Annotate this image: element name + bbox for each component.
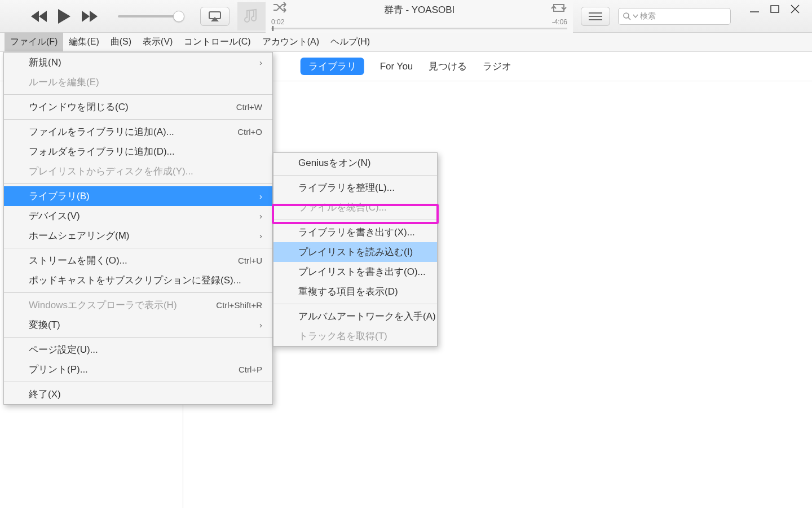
transport-controls <box>31 7 230 26</box>
tab-library[interactable]: ライブラリ <box>301 58 364 75</box>
previous-track-button[interactable] <box>31 11 48 22</box>
submenu-item-show-duplicates[interactable]: 重複する項目を表示(D) <box>273 282 437 301</box>
player-toolbar: 群青 - YOASOBI 0:02 -4:06 検索 <box>0 0 812 33</box>
chevron-right-icon: › <box>259 231 262 240</box>
maximize-button[interactable] <box>770 5 779 15</box>
svg-marker-3 <box>82 11 90 22</box>
menu-item-burn-disc: プレイリストからディスクを作成(Y)... <box>4 161 272 181</box>
menu-view[interactable]: 表示(V) <box>137 33 178 51</box>
tab-radio[interactable]: ラジオ <box>483 60 511 73</box>
menu-item-device[interactable]: デバイス(V)› <box>4 206 272 226</box>
tab-browse[interactable]: 見つける <box>429 60 467 73</box>
album-art-placeholder <box>237 2 266 30</box>
menu-item-edit-rules: ルールを編集(E) <box>4 72 272 92</box>
svg-rect-13 <box>771 6 779 12</box>
chevron-right-icon: › <box>259 191 262 201</box>
menu-item-add-folder[interactable]: フォルダをライブラリに追加(D)... <box>4 142 272 161</box>
track-title: 群青 - YOASOBI <box>266 0 573 16</box>
airplay-button[interactable] <box>200 7 230 26</box>
menu-item-exit[interactable]: 終了(X) <box>4 384 272 404</box>
svg-marker-2 <box>58 9 70 24</box>
submenu-item-genius-on[interactable]: Geniusをオン(N) <box>273 153 437 173</box>
minimize-button[interactable] <box>750 5 759 15</box>
svg-marker-4 <box>90 11 98 22</box>
menu-item-library[interactable]: ライブラリ(B)› <box>4 186 272 206</box>
menu-item-add-file[interactable]: ファイルをライブラリに追加(A)...Ctrl+O <box>4 122 272 142</box>
chevron-right-icon: › <box>259 58 262 67</box>
volume-knob[interactable] <box>173 11 184 22</box>
menu-help[interactable]: ヘルプ(H) <box>325 33 376 51</box>
library-submenu: Geniusをオン(N) ライブラリを整理(L)... ファイルを統合(C)..… <box>273 152 438 347</box>
submenu-item-export-library[interactable]: ライブラリを書き出す(X)... <box>273 222 437 242</box>
menu-item-convert[interactable]: 変換(T)› <box>4 315 272 335</box>
menu-file[interactable]: ファイル(F) <box>5 33 63 51</box>
menu-item-print[interactable]: プリント(P)...Ctrl+P <box>4 360 272 379</box>
menu-bar: ファイル(F) 編集(E) 曲(S) 表示(V) コントロール(C) アカウント… <box>0 33 812 52</box>
file-menu-dropdown: 新規(N)› ルールを編集(E) ウインドウを閉じる(C)Ctrl+W ファイル… <box>3 52 273 405</box>
menu-song[interactable]: 曲(S) <box>105 33 137 51</box>
submenu-item-import-playlist[interactable]: プレイリストを読み込む(I) <box>273 242 437 262</box>
menu-item-new[interactable]: 新規(N)› <box>4 52 272 72</box>
menu-item-subscribe-podcast[interactable]: ポッドキャストをサブスクリプションに登録(S)... <box>4 270 272 290</box>
up-next-button[interactable] <box>581 7 610 26</box>
shuffle-button[interactable] <box>272 2 287 14</box>
play-button[interactable] <box>58 9 72 24</box>
menu-controls[interactable]: コントロール(C) <box>178 33 256 51</box>
menu-item-show-explorer: Windowsエクスプローラで表示(H)Ctrl+Shift+R <box>4 295 272 315</box>
music-note-icon <box>244 8 259 24</box>
menu-item-open-stream[interactable]: ストリームを開く(O)...Ctrl+U <box>4 251 272 270</box>
repeat-button[interactable] <box>551 2 566 15</box>
search-input[interactable]: 検索 <box>618 8 731 25</box>
search-icon <box>623 12 631 20</box>
submenu-item-export-playlist[interactable]: プレイリストを書き出す(O)... <box>273 262 437 282</box>
chevron-down-icon <box>633 14 638 19</box>
menu-edit[interactable]: 編集(E) <box>63 33 104 51</box>
submenu-item-consolidate: ファイルを統合(C)... <box>273 198 437 217</box>
chevron-right-icon: › <box>259 211 262 221</box>
now-playing-display: 群青 - YOASOBI 0:02 -4:06 <box>266 0 573 33</box>
chevron-right-icon: › <box>259 320 262 330</box>
svg-marker-1 <box>39 11 47 22</box>
svg-line-11 <box>628 17 630 20</box>
submenu-item-organize[interactable]: ライブラリを整理(L)... <box>273 178 437 198</box>
next-track-button[interactable] <box>82 11 99 22</box>
svg-marker-0 <box>31 11 39 22</box>
menu-item-home-sharing[interactable]: ホームシェアリング(M)› <box>4 226 272 246</box>
elapsed-time: 0:02 <box>271 18 284 26</box>
menu-item-page-setup[interactable]: ページ設定(U)... <box>4 340 272 360</box>
volume-slider[interactable] <box>118 15 180 17</box>
progress-bar[interactable] <box>271 28 567 29</box>
submenu-item-get-artwork[interactable]: アルバムアートワークを入手(A) <box>273 306 437 326</box>
search-placeholder: 検索 <box>640 11 656 21</box>
remaining-time: -4:06 <box>552 18 567 26</box>
close-button[interactable] <box>791 5 800 15</box>
tab-for-you[interactable]: For You <box>380 61 413 72</box>
window-controls <box>750 0 800 15</box>
menu-account[interactable]: アカウント(A) <box>257 33 325 51</box>
submenu-item-get-track-names: トラック名を取得(T) <box>273 326 437 346</box>
svg-point-10 <box>624 13 629 18</box>
menu-item-close-window[interactable]: ウインドウを閉じる(C)Ctrl+W <box>4 97 272 117</box>
